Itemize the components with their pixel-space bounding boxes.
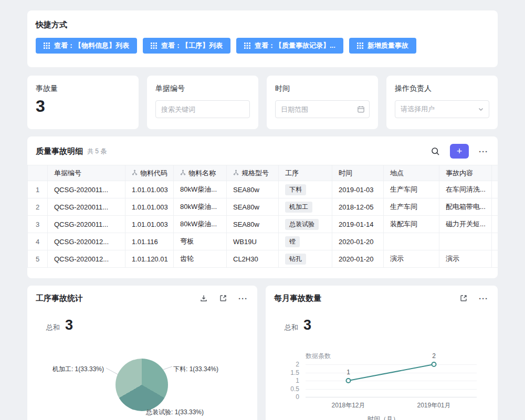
- table-more-icon[interactable]: ···: [478, 146, 489, 156]
- shortcut-view-process-list-button[interactable]: 查看：【工序】列表: [143, 38, 230, 54]
- header-index: [28, 165, 48, 181]
- cell-spec: SEA80w: [227, 216, 279, 233]
- pie-more-icon[interactable]: ···: [237, 293, 249, 303]
- cell-operator: [492, 250, 498, 268]
- row-index: 5: [28, 250, 48, 268]
- cell-spec: SEA80w: [227, 198, 279, 216]
- shortcuts-button-row: 查看：【物料信息】列表 查看：【工序】列表 查看：【质量事故记录】... 新增质…: [36, 38, 489, 54]
- cell-time: 2020-01-20: [332, 233, 384, 250]
- table-row[interactable]: 4 QCSG-2020012... 1.01.116 弯板 WB19U 镗 20…: [28, 233, 498, 250]
- table-row[interactable]: 5 QCSG-2020012... 1.01.120.01 齿轮 CL2H30 …: [28, 250, 498, 268]
- chevron-down-icon: [478, 106, 484, 112]
- calendar-icon: [357, 106, 365, 113]
- header-material-name: 物料名称: [174, 165, 227, 181]
- header-time: 时间: [332, 165, 384, 181]
- pie-total-value: 3: [65, 318, 73, 332]
- cell-material-name: 80kW柴油...: [174, 216, 227, 233]
- expand-icon[interactable]: [458, 293, 469, 303]
- row-index: 1: [28, 181, 48, 198]
- cell-doc: QCSG-2020012...: [48, 250, 125, 268]
- accident-count-label: 事故量: [36, 84, 130, 93]
- record-count: 共 5 条: [87, 147, 107, 156]
- y-tick-label: 0: [296, 393, 299, 401]
- grid-icon: [244, 43, 250, 49]
- grid-icon: [44, 43, 50, 49]
- search-icon[interactable]: [430, 146, 441, 157]
- cell-process: 总装试验: [279, 216, 332, 233]
- cell-time: 2020-01-20: [332, 250, 384, 268]
- table-header-row: 单据编号 物料代码 物料名称 规格型号 工序 时间 地点 事故内容 操作负责人: [28, 165, 498, 181]
- cell-material-code: 1.01.120.01: [125, 250, 174, 268]
- shortcut-view-material-list-button[interactable]: 查看：【物料信息】列表: [36, 38, 137, 54]
- monthly-accident-line-card: 每月事故数量 ··· 总和 3 数据条数 21.510.50 12 2018年1…: [266, 286, 498, 420]
- download-icon[interactable]: [198, 293, 209, 303]
- cell-material-name: 齿轮: [174, 250, 227, 268]
- y-tick-label: 1.5: [290, 369, 299, 376]
- header-spec: 规格型号: [227, 165, 279, 181]
- cell-operator: [492, 216, 498, 233]
- shortcut-view-quality-records-button[interactable]: 查看：【质量事故记录】...: [236, 38, 343, 54]
- cell-spec: SEA80w: [227, 181, 279, 198]
- data-point[interactable]: [432, 362, 436, 366]
- cell-operator: [492, 198, 498, 216]
- process-tag: 下料: [285, 184, 306, 195]
- date-range-input[interactable]: [275, 100, 370, 118]
- header-doc: 单据编号: [48, 165, 125, 181]
- relation-icon: [132, 169, 138, 177]
- line-more-icon[interactable]: ···: [478, 293, 489, 303]
- line-series: [306, 364, 477, 397]
- cell-content: 在车间清洗...: [439, 181, 492, 198]
- y-tick-label: 1: [296, 377, 299, 384]
- cell-spec: WB19U: [227, 233, 279, 250]
- cell-time: 2019-01-14: [332, 216, 384, 233]
- shortcut-add-quality-accident-button[interactable]: 新增质量事故: [349, 38, 416, 54]
- process-tag: 镗: [285, 236, 300, 247]
- plus-icon: +: [457, 146, 463, 156]
- grid-icon: [357, 43, 363, 49]
- cell-doc: QCSG-2020012...: [48, 233, 125, 250]
- table-row[interactable]: 3 QCSG-2020011... 1.01.01.003 80kW柴油... …: [28, 216, 498, 233]
- cell-place: 生产车间: [384, 198, 439, 216]
- quality-accident-table-card: 质量事故明细 共 5 条 + ··· 单据编号 物料代码 物料名称 规格型号 工…: [27, 136, 498, 278]
- cell-place: 生产车间: [384, 181, 439, 198]
- doc-number-search-input[interactable]: [155, 100, 250, 118]
- cell-doc: QCSG-2020011...: [48, 181, 125, 198]
- header-process: 工序: [279, 165, 332, 181]
- operator-select[interactable]: 请选择用户: [395, 100, 489, 118]
- cell-material-name: 80kW柴油...: [174, 181, 227, 198]
- cell-process: 镗: [279, 233, 332, 250]
- table-row[interactable]: 1 QCSG-2020011... 1.01.01.003 80kW柴油... …: [28, 181, 498, 198]
- cell-operator: [492, 233, 498, 250]
- line-y-ticks: 21.510.50: [285, 364, 301, 397]
- operator-select-placeholder: 请选择用户: [401, 104, 435, 114]
- data-point[interactable]: [346, 379, 351, 383]
- data-label: 2: [432, 352, 436, 360]
- pie-chart[interactable]: [116, 359, 168, 411]
- cell-material-code: 1.01.01.003: [125, 198, 174, 216]
- process-tag: 钻孔: [285, 254, 306, 265]
- line-plot: 12: [306, 364, 477, 397]
- time-label: 时间: [275, 84, 370, 93]
- cell-process: 钻孔: [279, 250, 332, 268]
- shortcut-label: 查看：【工序】列表: [161, 41, 223, 50]
- filters-row: 事故量 3 单据编号 时间 操作负责人 请选择用户: [27, 76, 498, 129]
- cell-place: 装配车间: [384, 216, 439, 233]
- cell-material-code: 1.01.116: [125, 233, 174, 250]
- y-tick-label: 0.5: [290, 385, 299, 393]
- cell-time: 2019-01-03: [332, 181, 384, 198]
- shortcuts-card: 快捷方式 查看：【物料信息】列表 查看：【工序】列表 查看：【质量事故记录】..…: [27, 10, 498, 67]
- add-record-button[interactable]: +: [450, 144, 469, 159]
- pie-chart-area: 机加工: 1(33.33%) 下料: 1(33.34%) 总装试验: 1(33.…: [27, 333, 257, 420]
- line-series-label: 数据条数: [306, 352, 331, 361]
- time-filter-card: 时间: [267, 76, 378, 129]
- operator-filter-card: 操作负责人 请选择用户: [386, 76, 498, 129]
- shortcut-label: 新增质量事故: [368, 41, 408, 50]
- operator-label: 操作负责人: [395, 84, 489, 93]
- table-row[interactable]: 2 QCSG-2020011... 1.01.01.003 80kW柴油... …: [28, 198, 498, 216]
- cell-place: [384, 233, 439, 250]
- doc-number-filter-card: 单据编号: [147, 76, 258, 129]
- expand-icon[interactable]: [218, 293, 228, 303]
- row-index: 2: [28, 198, 48, 216]
- x-tick-label: 2018年12月: [331, 401, 365, 410]
- row-index: 4: [28, 233, 48, 250]
